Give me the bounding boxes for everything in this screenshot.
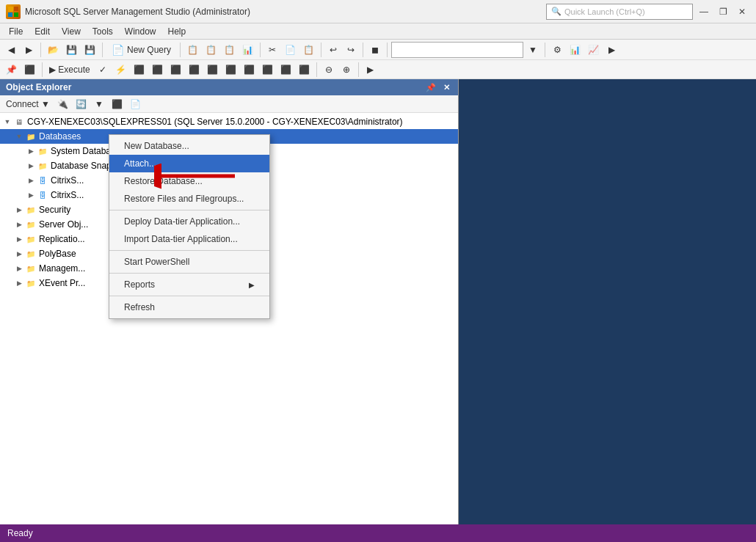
- forward-button[interactable]: ▶: [21, 42, 37, 58]
- db-dropdown[interactable]: [391, 42, 523, 58]
- tb2-misc-6[interactable]: ⬛: [222, 62, 239, 78]
- tb2-misc-end[interactable]: ▶: [363, 62, 379, 78]
- tb-extra[interactable]: ▶: [603, 42, 619, 58]
- new-query-button[interactable]: 📄 New Query: [106, 42, 176, 58]
- open-file-button[interactable]: 📂: [45, 42, 62, 58]
- restore-button[interactable]: ❐: [715, 4, 731, 20]
- menu-tools[interactable]: Tools: [87, 25, 119, 38]
- ctx-restore-files[interactable]: Restore Files and Filegroups...: [109, 190, 269, 208]
- expand-server[interactable]: ▼: [3, 117, 12, 126]
- toolbar-main: ◀ ▶ 📂 💾 💾 📄 New Query 📋 📋 📋 📊 ✂ 📄 📋 ↩ ↪ …: [0, 40, 756, 60]
- expand-management[interactable]: ▶: [15, 264, 23, 273]
- expand-polybase[interactable]: ▶: [15, 249, 23, 258]
- tb2-misc-4[interactable]: ⬛: [186, 62, 203, 78]
- tb2-misc-9[interactable]: ⬛: [277, 62, 294, 78]
- tb-icon-1[interactable]: 📋: [184, 42, 201, 58]
- expand-system-db[interactable]: ▶: [26, 147, 35, 155]
- ctx-reports[interactable]: Reports ▶: [109, 276, 269, 293]
- tb-icon-4[interactable]: 📊: [239, 42, 256, 58]
- expand-xevent[interactable]: ▶: [15, 279, 23, 288]
- oe-pin-button[interactable]: 📌: [424, 83, 438, 92]
- ctx-restore-files-label: Restore Files and Filegroups...: [124, 194, 244, 204]
- tb2-misc-10[interactable]: ⬛: [296, 62, 313, 78]
- context-menu[interactable]: New Database... Attach... Restore Databa…: [109, 134, 270, 319]
- tb-dropdown-arrow[interactable]: ▼: [525, 42, 541, 58]
- menu-view[interactable]: View: [56, 25, 87, 38]
- ctx-import[interactable]: Import Data-tier Application...: [109, 230, 269, 248]
- ctx-refresh[interactable]: Refresh: [109, 299, 269, 316]
- ctx-powershell[interactable]: Start PowerShell: [109, 253, 269, 271]
- minimize-button[interactable]: —: [696, 4, 712, 20]
- title-bar: Microsoft SQL Server Management Studio (…: [0, 0, 756, 23]
- tb2-misc-2[interactable]: ⬛: [149, 62, 166, 78]
- tb2-parse[interactable]: ⚡: [112, 62, 129, 78]
- management-icon: 📁: [25, 263, 37, 274]
- tb2-misc-8[interactable]: ⬛: [259, 62, 276, 78]
- db-snapshots-icon: 📁: [37, 160, 48, 172]
- toolbar-sep-8: [545, 43, 545, 57]
- tb2-zoom-out[interactable]: ⊖: [321, 62, 337, 78]
- tree-server-node[interactable]: ▼ 🖥 CGY-XENEXEC03\SQLEXPRESS01 (SQL Serv…: [0, 114, 458, 129]
- oe-close-button[interactable]: ✕: [441, 83, 452, 92]
- citrixs2-db-icon: 🗄: [37, 189, 48, 201]
- expand-databases[interactable]: ▼: [15, 132, 23, 141]
- menu-file[interactable]: File: [3, 25, 29, 38]
- menu-edit[interactable]: Edit: [29, 25, 56, 38]
- ctx-deploy[interactable]: Deploy Data-tier Application...: [109, 213, 269, 230]
- tb-icon-2[interactable]: 📋: [203, 42, 219, 58]
- save-button[interactable]: 💾: [63, 42, 80, 58]
- tb2-stop[interactable]: ⬛: [21, 62, 38, 78]
- menu-help[interactable]: Help: [162, 25, 192, 38]
- tb2-misc-3[interactable]: ⬛: [167, 62, 184, 78]
- toolbar-sep-3: [180, 43, 181, 57]
- filter-button[interactable]: ▼: [91, 96, 107, 112]
- tb-misc-1[interactable]: ◼: [367, 42, 383, 58]
- menu-window[interactable]: Window: [119, 25, 162, 38]
- toolbar-sep-1: [40, 43, 41, 57]
- databases-folder-icon: 📁: [25, 131, 37, 142]
- expand-db-snapshots[interactable]: ▶: [26, 161, 35, 170]
- expand-citrixs1[interactable]: ▶: [26, 176, 35, 185]
- tb2-zoom-in[interactable]: ⊕: [338, 62, 355, 78]
- ctx-attach-label: Attach...: [124, 158, 156, 169]
- toolbar-secondary: 📌 ⬛ ▶ Execute ✓ ⚡ ⬛ ⬛ ⬛ ⬛ ⬛ ⬛ ⬛ ⬛ ⬛ ⬛ ⊖ …: [0, 60, 756, 79]
- disconnect-button[interactable]: 🔌: [54, 96, 71, 112]
- close-button[interactable]: ✕: [734, 4, 750, 20]
- tb2-misc-7[interactable]: ⬛: [241, 62, 258, 78]
- expand-replication[interactable]: ▶: [15, 235, 23, 243]
- tb-cut[interactable]: ✂: [264, 42, 280, 58]
- ctx-new-database[interactable]: New Database...: [109, 137, 269, 155]
- tb-paste[interactable]: 📋: [300, 42, 317, 58]
- management-label: Managem...: [39, 263, 85, 274]
- tb2-misc-1[interactable]: ⬛: [131, 62, 148, 78]
- back-button[interactable]: ◀: [3, 42, 19, 58]
- tb-properties[interactable]: ⚙: [549, 42, 565, 58]
- ctx-restore-db[interactable]: Restore Database...: [109, 172, 269, 190]
- tb2-execute[interactable]: ▶ Execute: [46, 62, 93, 78]
- ctx-sep-4: [109, 296, 269, 296]
- svg-rect-0: [8, 7, 13, 12]
- tb-activity[interactable]: 📊: [567, 42, 584, 58]
- tb-undo[interactable]: ↩: [325, 42, 341, 58]
- ctx-new-database-label: New Database...: [124, 141, 189, 151]
- tb2-misc-5[interactable]: ⬛: [204, 62, 221, 78]
- save-all-button[interactable]: 💾: [81, 42, 98, 58]
- expand-citrixs2[interactable]: ▶: [26, 191, 35, 199]
- connect-button[interactable]: Connect ▼: [3, 96, 53, 112]
- tb-redo[interactable]: ↪: [343, 42, 359, 58]
- quick-launch-placeholder: Quick Launch (Ctrl+Q): [564, 7, 645, 16]
- ctx-attach[interactable]: Attach...: [109, 155, 269, 172]
- tb2-check[interactable]: ✓: [95, 62, 111, 78]
- toolbar-sep-6: [363, 43, 363, 57]
- refresh-button[interactable]: 🔄: [73, 96, 90, 112]
- expand-server-obj[interactable]: ▶: [15, 220, 23, 229]
- tb-icon-3[interactable]: 📋: [221, 42, 238, 58]
- expand-security[interactable]: ▶: [15, 205, 23, 214]
- quick-launch-box[interactable]: 🔍 Quick Launch (Ctrl+Q): [546, 4, 693, 20]
- oe-new-query[interactable]: 📄: [127, 96, 144, 112]
- stop-button[interactable]: ⬛: [109, 96, 126, 112]
- new-query-label: New Query: [127, 45, 171, 55]
- tb-copy[interactable]: 📄: [282, 42, 299, 58]
- tb2-pin[interactable]: 📌: [3, 62, 20, 78]
- tb-reports[interactable]: 📈: [585, 42, 602, 58]
